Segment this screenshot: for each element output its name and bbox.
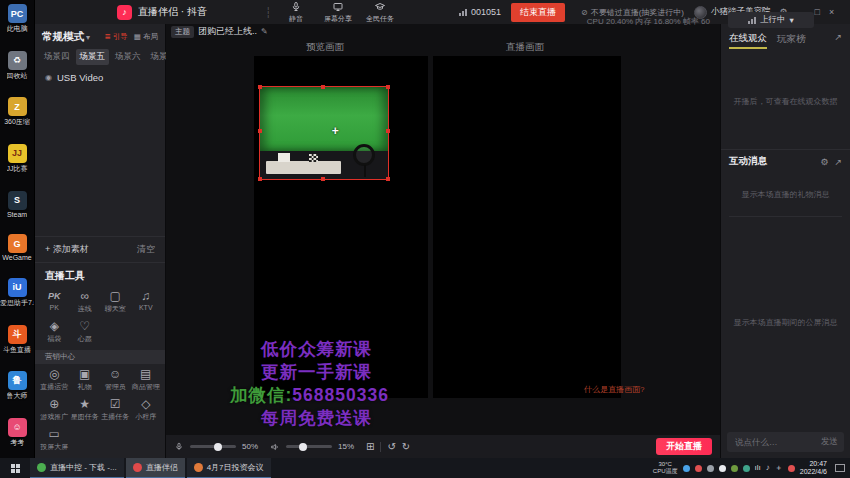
- resize-handle[interactable]: [258, 129, 262, 133]
- send-button[interactable]: 发送: [821, 436, 838, 448]
- desktop-icon-this-pc[interactable]: PC 此电脑: [0, 4, 34, 34]
- live-tools-grid: PKPK ∞连线 ▢聊天室 ♫KTV ◈福袋 ♡心愿: [35, 286, 165, 350]
- toolbar-divider: ┆: [265, 7, 271, 18]
- taskbar-app-meeting[interactable]: 4月7日投资会议: [187, 458, 271, 478]
- desktop-icon-steam[interactable]: S Steam: [0, 191, 34, 218]
- start-button[interactable]: [0, 458, 30, 478]
- network-icon[interactable]: ılı: [755, 464, 761, 472]
- tray-app-icon[interactable]: [788, 465, 795, 472]
- screen-share-button[interactable]: 屏幕分享: [321, 1, 355, 24]
- topic-tag: 主题: [171, 26, 194, 38]
- tool-anchor-task[interactable]: ☑主播任务: [100, 397, 131, 422]
- task-center-button[interactable]: 全民任务: [363, 1, 397, 24]
- desktop-icon-360zip[interactable]: Z 360压缩: [0, 97, 34, 127]
- popout-icon[interactable]: ↗: [834, 32, 842, 42]
- chat-input[interactable]: [733, 436, 821, 448]
- resize-handle[interactable]: [386, 85, 390, 89]
- scene-tab-4[interactable]: 场景四: [40, 49, 74, 65]
- tool-gift[interactable]: ▣礼物: [70, 367, 101, 392]
- tray-app-icon[interactable]: [695, 465, 702, 472]
- resize-handle[interactable]: [321, 85, 325, 89]
- desktop-icon-label: 此电脑: [7, 24, 28, 34]
- camera-icon: ◉: [45, 73, 52, 82]
- tool-star-task[interactable]: ★星图任务: [70, 397, 101, 422]
- tab-online-viewers[interactable]: 在线观众: [729, 32, 767, 49]
- what-is-live-view-link[interactable]: 什么是直播画面?: [584, 384, 644, 395]
- tray-app-icon[interactable]: [707, 465, 714, 472]
- layout-label: 布局: [143, 32, 158, 41]
- tool-goods[interactable]: ▤商品管理: [131, 367, 162, 392]
- camera-feed-selected[interactable]: +: [259, 86, 389, 180]
- taskbar-clock[interactable]: 20:47 2022/4/6: [800, 460, 827, 477]
- resize-handle[interactable]: [321, 177, 325, 181]
- end-live-button[interactable]: 结束直播: [511, 3, 565, 22]
- speaker-volume-slider[interactable]: [286, 445, 332, 448]
- marketing-tools-grid: ◎直播运营 ▣礼物 ☺管理员 ▤商品管理 ⊕游戏推广 ★星图任务 ☑主播任务 ◇…: [35, 364, 165, 458]
- gear-icon[interactable]: ⚙: [820, 157, 828, 167]
- desktop-icon-jj[interactable]: JJ JJ比赛: [0, 144, 34, 174]
- tool-mini-program[interactable]: ◇小程序: [131, 397, 162, 422]
- clear-button[interactable]: 清空: [137, 243, 155, 256]
- taskbar-app-live-companion[interactable]: 直播伴侣: [126, 458, 185, 478]
- tool-game-promo[interactable]: ⊕游戏推广: [39, 397, 70, 422]
- source-usb-video[interactable]: ◉ USB Video: [35, 68, 165, 87]
- network-status-dropdown[interactable]: 上行中 ▾: [728, 12, 814, 28]
- tray-app-icon[interactable]: [743, 465, 750, 472]
- tool-live-ops[interactable]: ◎直播运营: [39, 367, 70, 392]
- desktop-icon-kaokao[interactable]: ☺ 考考: [0, 418, 34, 448]
- cpu-temp-value: 30°C: [653, 461, 678, 468]
- notification-center-icon[interactable]: [835, 464, 845, 472]
- desktop-icon-wegame[interactable]: G WeGame: [0, 234, 34, 261]
- tool-cast-screen[interactable]: ▭投屏大屏: [39, 427, 70, 452]
- mute-label: 静音: [289, 14, 303, 24]
- tray-app-icon[interactable]: [719, 465, 726, 472]
- undo-icon[interactable]: ↺: [387, 442, 395, 452]
- desktop-icon-douyu[interactable]: 斗 斗鱼直播: [0, 325, 34, 355]
- tool-ktv[interactable]: ♫KTV: [131, 289, 162, 314]
- signal-icon: [459, 9, 467, 16]
- guide-button[interactable]: ≣ 引导: [104, 32, 127, 42]
- start-live-button[interactable]: 开始直播: [656, 438, 712, 455]
- desktop-icon-recycle-bin[interactable]: ♻ 回收站: [0, 51, 34, 81]
- scene-tab-5-active[interactable]: 场景五: [76, 49, 110, 65]
- maximize-button[interactable]: □: [815, 8, 820, 17]
- tool-label: 小程序: [135, 412, 156, 422]
- layout-grid-icon[interactable]: ⊞: [366, 442, 374, 452]
- tool-label: 游戏推广: [40, 412, 68, 422]
- add-material-button[interactable]: + 添加素材: [45, 243, 89, 256]
- mic-volume-slider[interactable]: [190, 445, 236, 448]
- tray-app-icon[interactable]: [683, 465, 690, 472]
- desktop-icon-label: 斗鱼直播: [3, 345, 31, 355]
- mute-button[interactable]: 静音: [279, 1, 313, 24]
- edit-pencil-icon[interactable]: ✎: [261, 27, 268, 36]
- tab-player-rank[interactable]: 玩家榜: [777, 33, 806, 49]
- scene-mode-selector[interactable]: 常规模式: [42, 30, 84, 44]
- audience-sidebar: 在线观众 玩家榜 ↗ 开播后，可查看在线观众数据 互动消息 ⚙ ↗ 显示本场直播…: [720, 24, 850, 458]
- tool-admin[interactable]: ☺管理员: [100, 367, 131, 392]
- tool-chatroom[interactable]: ▢聊天室: [100, 289, 131, 314]
- close-button[interactable]: ×: [829, 8, 834, 17]
- stage-canvas: 主题 团购已经上线.. ✎ 预览画面 直播画面 +: [166, 24, 720, 458]
- resize-handle[interactable]: [386, 129, 390, 133]
- tool-link[interactable]: ∞连线: [70, 289, 101, 314]
- tool-lucky-bag[interactable]: ◈福袋: [39, 319, 70, 344]
- desktop-icon-assistant[interactable]: iU 爱思助手7.0: [0, 278, 34, 308]
- tool-wish[interactable]: ♡心愿: [70, 319, 101, 344]
- show-hidden-icons[interactable]: ＋: [775, 464, 783, 472]
- taskbar-app-console[interactable]: 直播中控 - 下载 -...: [30, 458, 124, 478]
- cast-screen-icon: ▭: [49, 427, 60, 441]
- scene-tab-6[interactable]: 场景六: [111, 49, 145, 65]
- popout-icon[interactable]: ↗: [834, 157, 842, 167]
- tray-app-icon[interactable]: [731, 465, 738, 472]
- volume-icon[interactable]: ♪: [766, 464, 770, 472]
- resize-handle[interactable]: [258, 177, 262, 181]
- resize-handle[interactable]: [386, 177, 390, 181]
- redo-icon[interactable]: ↻: [402, 442, 410, 452]
- layout-button[interactable]: ▦ 布局: [134, 32, 158, 42]
- stream-timer: 001051: [459, 7, 501, 17]
- resize-handle[interactable]: [258, 85, 262, 89]
- tool-pk[interactable]: PKPK: [39, 289, 70, 314]
- screen-share-label: 屏幕分享: [324, 14, 352, 24]
- marketing-section-title: 营销中心: [35, 350, 165, 364]
- desktop-icon-ludashi[interactable]: 鲁 鲁大师: [0, 371, 34, 401]
